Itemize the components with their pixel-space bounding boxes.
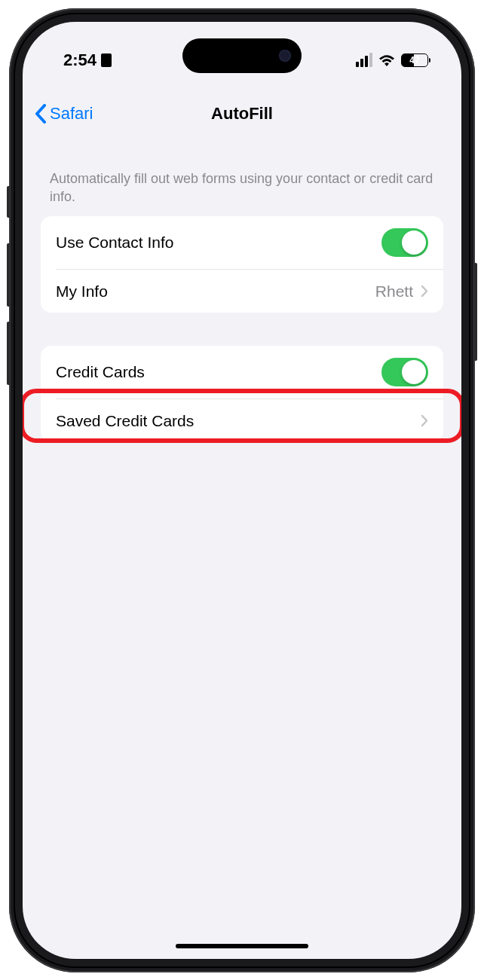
volume-up-button: [7, 243, 10, 307]
chevron-left-icon: [35, 104, 47, 124]
saved-credit-cards-disclosure: [421, 414, 428, 427]
page-title: AutoFill: [211, 104, 273, 124]
status-time: 2:54: [63, 50, 96, 70]
my-info-value: Rhett: [375, 282, 413, 301]
credit-cards-toggle[interactable]: [381, 358, 428, 386]
phone-frame: 2:54 47 Safari A: [9, 8, 475, 972]
credit-cards-group: Credit Cards Saved Credit Cards: [41, 346, 443, 442]
my-info-label: My Info: [56, 282, 108, 301]
settings-content: Automatically fill out web forms using y…: [23, 141, 461, 959]
chevron-right-icon: [421, 414, 428, 427]
section-description: Automatically fill out web forms using y…: [41, 141, 443, 217]
home-indicator[interactable]: [176, 944, 308, 948]
contact-card-icon: [101, 53, 112, 67]
back-label: Safari: [50, 104, 93, 124]
my-info-row[interactable]: My Info Rhett: [56, 269, 443, 313]
silent-switch: [7, 186, 10, 218]
chevron-right-icon: [421, 285, 428, 298]
use-contact-info-label: Use Contact Info: [56, 234, 173, 252]
power-button: [474, 263, 477, 361]
volume-down-button: [7, 322, 10, 385]
use-contact-info-toggle[interactable]: [381, 228, 428, 257]
battery-percentage: 47: [409, 55, 419, 66]
status-time-area: 2:54: [63, 50, 112, 70]
screen: 2:54 47 Safari A: [23, 22, 461, 959]
use-contact-info-row[interactable]: Use Contact Info: [41, 216, 443, 269]
battery-icon: 47: [401, 53, 428, 67]
back-button[interactable]: Safari: [35, 104, 93, 124]
cellular-icon: [356, 53, 372, 67]
wifi-icon: [378, 54, 395, 66]
dynamic-island: [182, 38, 302, 73]
my-info-value-container: Rhett: [375, 282, 428, 301]
credit-cards-row[interactable]: Credit Cards: [41, 346, 443, 398]
saved-credit-cards-row[interactable]: Saved Credit Cards: [56, 398, 443, 442]
contact-info-group: Use Contact Info My Info Rhett: [41, 216, 443, 313]
navigation-bar: Safari AutoFill: [23, 87, 461, 141]
saved-credit-cards-label: Saved Credit Cards: [56, 412, 194, 430]
front-camera: [279, 50, 291, 62]
credit-cards-label: Credit Cards: [56, 363, 145, 381]
status-indicators: 47: [356, 53, 428, 67]
